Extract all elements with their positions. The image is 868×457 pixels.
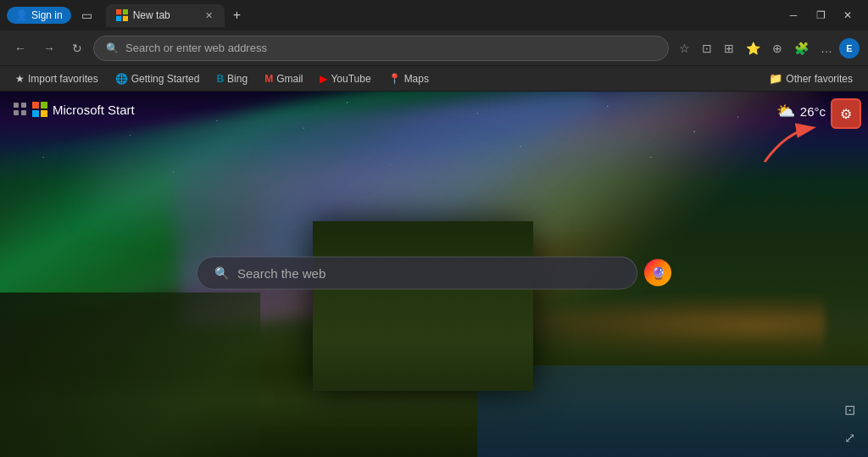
search-container: 🔍 Search the web 🔮 (197, 256, 671, 289)
svg-rect-5 (41, 102, 47, 109)
title-bar: 👤 Sign in ▭ New tab ✕ + ─ ❐ ✕ (0, 0, 868, 31)
gmail-icon: M (264, 73, 273, 85)
tab-close-button[interactable]: ✕ (203, 9, 214, 22)
getting-started-icon: 🌐 (115, 73, 128, 85)
other-favorites-label: Other favorites (786, 73, 853, 85)
svg-rect-0 (116, 9, 121, 14)
profile-icon: 👤 (15, 9, 28, 21)
settings-button-wrapper: ⚙ (831, 98, 861, 129)
ms-logo: Microsoft Start (14, 102, 135, 117)
newtab-topbar: Microsoft Start (0, 92, 868, 127)
window-controls: ─ ❐ ✕ (780, 3, 861, 27)
bing-icon: B (216, 73, 224, 85)
svg-rect-2 (116, 16, 121, 21)
bing-label: Bing (227, 73, 248, 85)
address-bar[interactable]: 🔍 Search or enter web address (93, 36, 669, 61)
restore-button[interactable]: ❐ (807, 3, 834, 27)
import-favorites-icon: ★ (15, 73, 25, 85)
tab-favicon (116, 9, 128, 21)
nav-actions: ☆ ⊡ ⊞ ⭐ ⊕ 🧩 … E (674, 37, 860, 59)
sign-in-button[interactable]: 👤 Sign in (7, 7, 71, 24)
import-favorites-label: Import favorites (28, 73, 98, 85)
forward-button[interactable]: → (37, 37, 61, 59)
expand-icon[interactable]: ⤢ (842, 427, 858, 449)
weather-widget[interactable]: ⛅ 26°c (776, 102, 826, 120)
settings-button[interactable]: ⚙ (831, 98, 861, 129)
bing-logo: 🔮 (651, 266, 665, 280)
search-icon: 🔍 (214, 266, 229, 280)
grid-dot-1 (14, 103, 19, 108)
search-placeholder: Search the web (237, 265, 620, 280)
favorites-bar-button[interactable]: ⭐ (741, 37, 765, 59)
browser-frame: 👤 Sign in ▭ New tab ✕ + ─ ❐ ✕ (0, 0, 868, 457)
youtube-icon: ▶ (320, 73, 327, 85)
active-tab[interactable]: New tab ✕ (106, 4, 225, 27)
grid-dot-2 (21, 103, 26, 108)
more-button[interactable]: … (815, 37, 837, 59)
windows-logo-icon (32, 102, 47, 117)
search-icon: 🔍 (106, 42, 119, 54)
new-tab-button[interactable]: + (226, 4, 248, 26)
getting-started-label: Getting Started (131, 73, 200, 85)
fav-bing[interactable]: B Bing (209, 71, 254, 86)
search-box[interactable]: 🔍 Search the web (197, 256, 637, 289)
svg-rect-3 (123, 16, 128, 21)
svg-rect-6 (32, 110, 39, 117)
vertical-tabs-button[interactable]: ▭ (76, 5, 97, 25)
svg-rect-1 (123, 9, 128, 14)
extensions-button[interactable]: 🧩 (789, 37, 814, 59)
other-favorites[interactable]: 📁 Other favorites (762, 70, 860, 86)
tab-label: New tab (133, 9, 170, 21)
fav-gmail[interactable]: M Gmail (258, 71, 309, 86)
gmail-label: Gmail (276, 73, 303, 85)
vertical-tabs-icon: ▭ (81, 8, 92, 22)
sign-in-label: Sign in (31, 9, 63, 21)
grid-dot-4 (21, 110, 26, 115)
reading-view-button[interactable]: ⊡ (697, 37, 717, 59)
navigation-bar: ← → ↻ 🔍 Search or enter web address ☆ ⊡ … (0, 31, 868, 66)
tab-group: New tab ✕ + (106, 4, 775, 27)
maps-icon: 📍 (388, 73, 401, 85)
fav-maps[interactable]: 📍 Maps (381, 71, 436, 86)
svg-rect-4 (32, 102, 39, 109)
split-screen-button[interactable]: ⊞ (719, 37, 739, 59)
fav-getting-started[interactable]: 🌐 Getting Started (108, 71, 207, 86)
folder-icon: 📁 (769, 72, 782, 85)
grid-dot-3 (14, 110, 19, 115)
collections-button[interactable]: ⊕ (767, 37, 787, 59)
favorites-bar: ★ Import favorites 🌐 Getting Started B B… (0, 66, 868, 92)
svg-rect-7 (41, 110, 47, 117)
close-button[interactable]: ✕ (834, 3, 861, 27)
back-button[interactable]: ← (8, 37, 32, 59)
bing-search-button[interactable]: 🔮 (644, 259, 671, 287)
weather-icon: ⛅ (776, 102, 795, 120)
newtab-content: Microsoft Start 🔍 Search the web 🔮 ⛅ 26°… (0, 92, 868, 457)
fav-youtube[interactable]: ▶ YouTube (313, 71, 377, 86)
content-area: Microsoft Start 🔍 Search the web 🔮 ⛅ 26°… (0, 92, 868, 457)
screenshot-icon[interactable]: ⊡ (842, 399, 858, 421)
weather-temperature: 26°c (800, 104, 826, 119)
favorites-button[interactable]: ☆ (674, 37, 695, 59)
minimize-button[interactable]: ─ (780, 3, 807, 27)
fav-import-favorites[interactable]: ★ Import favorites (8, 71, 105, 86)
youtube-label: YouTube (331, 73, 370, 85)
profile-button[interactable]: E (839, 38, 860, 59)
apps-icon[interactable] (14, 103, 27, 116)
gear-icon: ⚙ (840, 106, 852, 122)
ms-start-label: Microsoft Start (53, 103, 135, 117)
address-text: Search or enter web address (125, 42, 656, 54)
bottom-right-controls: ⊡ ⤢ (842, 399, 858, 449)
maps-label: Maps (404, 73, 429, 85)
refresh-button[interactable]: ↻ (66, 37, 88, 59)
